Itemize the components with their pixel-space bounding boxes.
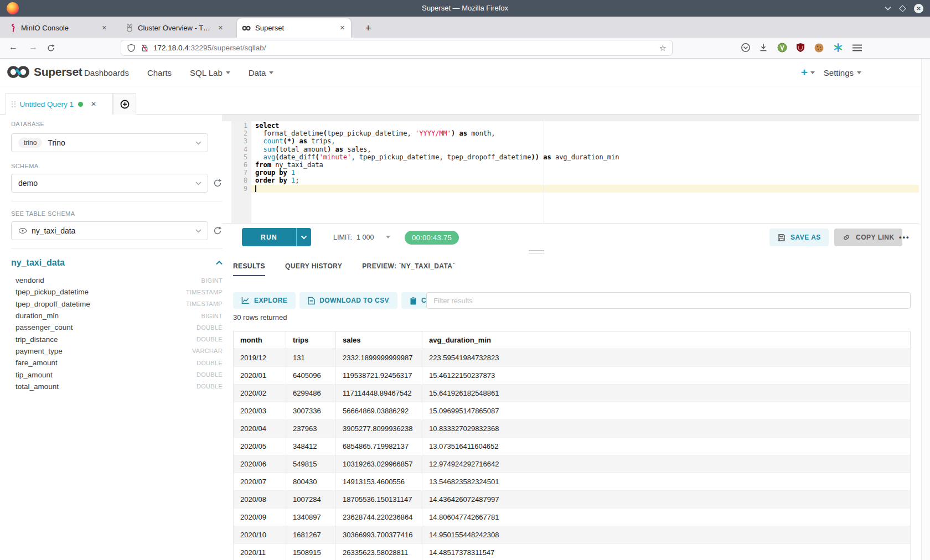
table-column-row[interactable]: total_amountDOUBLE [16, 381, 223, 392]
refresh-schemas-icon[interactable] [213, 178, 223, 188]
explore-button[interactable]: EXPLORE [233, 292, 296, 309]
sql-token [255, 146, 263, 153]
browser-tab[interactable]: Cluster Overview - Trino✕ [121, 18, 229, 38]
results-table[interactable]: monthtripssalesavg_duration_min 2019/121… [233, 331, 911, 560]
bookmark-star-icon[interactable]: ☆ [659, 43, 666, 53]
tab-close-icon[interactable]: ✕ [339, 24, 346, 32]
drag-handle-icon[interactable] [12, 101, 16, 107]
nav-item-data[interactable]: Data [249, 68, 274, 77]
adblock-shield-icon[interactable] [795, 43, 805, 53]
new-query-tab-button[interactable] [113, 93, 136, 115]
table-row[interactable]: 2020/053484126854865.71998213713.0735164… [234, 438, 911, 455]
cookie-extension-icon[interactable] [814, 43, 824, 53]
table-row[interactable]: 2020/0780043014913153.460055613.54682358… [234, 473, 911, 491]
results-tab-preview[interactable]: PREVIEW: `NY_TAXI_DATA` [362, 262, 455, 276]
superset-logo[interactable]: Superset [7, 64, 82, 80]
table-row[interactable]: 2020/042379633905277.809993623810.833327… [234, 420, 911, 438]
action-label: EXPLORE [254, 297, 287, 304]
table-row[interactable]: 2020/026299486117114448.8946754215.64192… [234, 385, 911, 402]
results-tabbar: RESULTSQUERY HISTORYPREVIEW: `NY_TAXI_DA… [233, 262, 455, 276]
table-cell: 23628744.220236864 [336, 509, 422, 526]
column-name: duration_min [16, 312, 59, 320]
nav-item-charts[interactable]: Charts [147, 68, 172, 77]
table-column-row[interactable]: duration_minBIGINT [16, 310, 223, 322]
sql-token [295, 137, 299, 145]
table-row[interactable]: 2020/03300733656664869.0388629215.096995… [234, 402, 911, 420]
query-tab-title[interactable]: Untitled Query 1 [20, 100, 74, 108]
table-column-row[interactable]: tip_amountDOUBLE [16, 369, 223, 380]
refresh-tables-icon[interactable] [213, 226, 223, 236]
table-row[interactable]: 2020/08100728418705536.15013114714.43642… [234, 491, 911, 509]
column-header[interactable]: month [234, 331, 286, 349]
chevron-up-icon[interactable] [216, 261, 223, 265]
table-select[interactable]: ny_taxi_data [11, 221, 208, 240]
table-column-row[interactable]: passenger_countDOUBLE [16, 322, 223, 333]
table-column-row[interactable]: fare_amountDOUBLE [16, 357, 223, 369]
table-name[interactable]: ny_taxi_data [11, 258, 65, 268]
url-bar[interactable]: 172.18.0.4:32295/superset/sqllab/ ☆ [121, 40, 673, 56]
table-column-row[interactable]: tpep_dropoff_datetimeTIMESTAMP [16, 298, 223, 310]
table-row[interactable]: 2020/11150891526335623.5802881114.485173… [234, 544, 911, 560]
table-column-row[interactable]: tpep_pickup_datetimeTIMESTAMP [16, 286, 223, 298]
table-cell: 131 [286, 349, 336, 367]
nav-item-dashboards[interactable]: Dashboards [84, 68, 129, 77]
query-tab[interactable]: Untitled Query 1 ✕ [6, 93, 113, 115]
insecure-lock-icon[interactable] [141, 44, 149, 53]
page-scrollbar-track[interactable] [921, 59, 930, 560]
back-icon[interactable]: ← [9, 42, 18, 52]
download-to-csv-button[interactable]: DOWNLOAD TO CSV [299, 292, 397, 309]
browser-tab[interactable]: Superset✕ [237, 18, 351, 38]
table-column-row[interactable]: payment_typeVARCHAR [16, 345, 223, 357]
forward-icon[interactable]: → [29, 42, 38, 52]
run-button[interactable]: RUN [242, 228, 311, 246]
new-item-button[interactable]: + [801, 59, 815, 86]
table-row[interactable]: 2019/121312332.1899999999987223.59541984… [234, 349, 911, 367]
main-menu: DashboardsChartsSQL LabData [84, 59, 273, 86]
results-tab-query-history[interactable]: QUERY HISTORY [285, 262, 342, 276]
tab-close-icon[interactable]: ✕ [217, 24, 224, 32]
column-header[interactable]: trips [286, 331, 336, 349]
pocket-icon[interactable] [741, 43, 751, 53]
pane-resize-handle[interactable] [529, 250, 544, 255]
tab-close-icon[interactable]: ✕ [101, 24, 108, 32]
table-row[interactable]: 2020/10168126730366993.70037741614.95015… [234, 526, 911, 544]
chevron-down-icon [195, 182, 202, 185]
copy-link-button[interactable]: COPY LINK [834, 229, 902, 246]
run-options-button[interactable] [297, 228, 311, 246]
table-row[interactable]: 2020/016405096119538721.9245631715.46122… [234, 367, 911, 385]
tracking-shield-icon[interactable] [127, 44, 136, 53]
schema-select[interactable]: demo [11, 174, 208, 193]
hamburger-menu-icon[interactable] [852, 44, 862, 51]
table-column-row[interactable]: trip_distanceDOUBLE [16, 333, 223, 345]
sql-editor[interactable]: 123456789 select format_datetime(tpep_pi… [222, 121, 919, 223]
database-select[interactable]: trino Trino [11, 133, 208, 152]
reload-icon[interactable] [46, 44, 55, 53]
sql-code[interactable]: select format_datetime(tpep_pickup_datet… [255, 122, 919, 193]
settings-menu[interactable]: Settings [824, 68, 861, 77]
filter-results-input[interactable] [426, 292, 911, 309]
plus-icon[interactable]: + [801, 66, 808, 79]
table-row[interactable]: 2020/09134089723628744.22023686414.80604… [234, 509, 911, 526]
run-label[interactable]: RUN [242, 228, 297, 246]
table-cell: 14.950155448242308 [422, 526, 911, 544]
close-icon[interactable]: ✕ [91, 100, 96, 108]
limit-dropdown[interactable]: LIMIT: 1 000 [333, 228, 390, 246]
table-row[interactable]: 2020/0654981510319263.02996685712.974924… [234, 455, 911, 473]
results-tab-results[interactable]: RESULTS [233, 262, 265, 276]
downloads-icon[interactable] [758, 43, 768, 53]
column-header[interactable]: sales [336, 331, 422, 349]
browser-new-tab-button[interactable]: + [361, 22, 375, 34]
table-column-row[interactable]: vendoridBIGINT [16, 274, 223, 286]
sparkle-extension-icon[interactable] [833, 43, 843, 53]
window-maximize-icon[interactable] [899, 5, 906, 12]
extension-green-icon[interactable] [777, 43, 787, 53]
window-close-icon[interactable]: ✕ [914, 4, 923, 13]
results-table-wrap: monthtripssalesavg_duration_min 2019/121… [233, 331, 911, 560]
save-as-button[interactable]: SAVE AS [769, 229, 829, 246]
nav-item-sql-lab[interactable]: SQL Lab [190, 68, 230, 77]
limit-value: 1 000 [356, 234, 374, 241]
window-minimize-icon[interactable] [885, 6, 891, 11]
column-header[interactable]: avg_duration_min [422, 331, 911, 349]
more-actions-button[interactable]: ••• [899, 228, 910, 246]
browser-tab[interactable]: MinIO Console✕ [4, 18, 113, 38]
